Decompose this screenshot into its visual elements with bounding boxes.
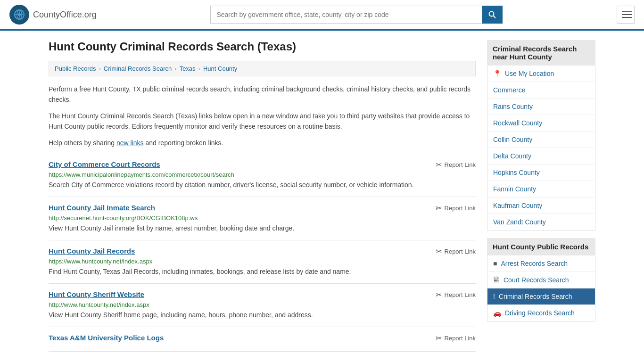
record-item: City of Commerce Court Records ✂ Report … xyxy=(49,154,476,197)
record-item: Hunt County Jail Inmate Search ✂ Report … xyxy=(49,197,476,240)
main-content: Hunt County Criminal Records Search (Tex… xyxy=(49,40,476,352)
report-link-button[interactable]: ✂ Report Link xyxy=(436,204,476,213)
record-url: https://www.huntcounty.net/index.aspx xyxy=(49,258,476,265)
sidebar-icon: 🚗 xyxy=(493,309,501,317)
record-title-link[interactable]: City of Commerce Court Records xyxy=(49,160,160,168)
sidebar-public-records-item[interactable]: 🏛 Court Records Search xyxy=(487,272,595,288)
report-link-button[interactable]: ✂ Report Link xyxy=(436,290,476,299)
report-link-button[interactable]: ✂ Report Link xyxy=(436,247,476,256)
header: CountyOffice.org xyxy=(0,0,644,31)
sidebar-nearby-section: Criminal Records Search near Hunt County… xyxy=(487,40,595,230)
sidebar-nearby-item[interactable]: Van Zandt County xyxy=(487,214,595,230)
sidebar-nearby-item[interactable]: Collin County xyxy=(487,132,595,148)
record-description: Find Hunt County, Texas Jail Records, in… xyxy=(49,267,476,277)
breadcrumb: Public Records › Criminal Records Search… xyxy=(49,61,476,76)
sidebar-nearby-item[interactable]: Rains County xyxy=(487,99,595,115)
sidebar-nearby-header: Criminal Records Search near Hunt County xyxy=(487,40,595,66)
report-icon: ✂ xyxy=(436,334,442,343)
breadcrumb-texas[interactable]: Texas xyxy=(180,65,196,72)
new-links-link[interactable]: new links xyxy=(116,139,144,147)
menu-button[interactable] xyxy=(617,6,635,24)
svg-point-6 xyxy=(489,12,494,16)
record-description: View Hunt County Sheriff home page, incl… xyxy=(49,310,476,320)
sidebar-public-records-header: Hunt County Public Records xyxy=(487,238,595,255)
sidebar-nearby-item[interactable]: Kaufman County xyxy=(487,197,595,214)
description-para3: Help others by sharing new links and rep… xyxy=(49,138,476,148)
record-title-link[interactable]: Hunt County Sheriff Website xyxy=(49,290,144,298)
sidebar-icon: ! xyxy=(493,293,495,300)
sidebar-public-records-list: ■ Arrest Records Search 🏛 Court Records … xyxy=(487,255,595,321)
report-link-button[interactable]: ✂ Report Link xyxy=(436,160,476,169)
search-bar-area xyxy=(210,6,503,24)
sidebar-public-records-item[interactable]: 🚗 Driving Records Search xyxy=(487,305,595,321)
logo-icon xyxy=(9,5,29,25)
description-para2: The Hunt County Criminal Records Search … xyxy=(49,111,476,132)
breadcrumb-hunt-county[interactable]: Hunt County xyxy=(203,65,237,72)
sidebar-icon: ■ xyxy=(493,260,497,267)
breadcrumb-criminal-records-search[interactable]: Criminal Records Search xyxy=(104,65,172,72)
sidebar-nearby-item[interactable]: Hopkins County xyxy=(487,165,595,181)
sidebar-nearby-item[interactable]: 📍Use My Location xyxy=(487,66,595,82)
record-url: https://www.municipalonlinepayments.com/… xyxy=(49,171,476,178)
sidebar-public-records-item[interactable]: ■ Arrest Records Search xyxy=(487,255,595,272)
record-title-link[interactable]: Hunt County Jail Records xyxy=(49,247,135,255)
report-icon: ✂ xyxy=(436,247,442,256)
description-para1: Perform a free Hunt County, TX public cr… xyxy=(49,84,476,105)
logo-area: CountyOffice.org xyxy=(9,5,97,25)
location-icon: 📍 xyxy=(493,70,501,77)
page-title: Hunt County Criminal Records Search (Tex… xyxy=(49,40,476,53)
breadcrumb-public-records[interactable]: Public Records xyxy=(55,65,96,72)
sidebar-public-records-item[interactable]: ! Criminal Records Search xyxy=(487,288,595,305)
svg-point-5 xyxy=(18,13,21,16)
sidebar-nearby-item[interactable]: Fannin County xyxy=(487,181,595,197)
sidebar-nearby-list: 📍Use My LocationCommerceRains CountyRock… xyxy=(487,66,595,230)
report-icon: ✂ xyxy=(436,160,442,169)
sidebar-nearby-item[interactable]: Delta County xyxy=(487,148,595,165)
record-url: http://www.huntcounty.net/index.aspx xyxy=(49,301,476,308)
sidebar-nearby-item[interactable]: Commerce xyxy=(487,82,595,99)
record-item: Hunt County Sheriff Website ✂ Report Lin… xyxy=(49,284,476,327)
search-button[interactable] xyxy=(482,6,503,24)
report-link-button[interactable]: ✂ Report Link xyxy=(436,334,476,343)
report-icon: ✂ xyxy=(436,204,442,213)
record-title-link[interactable]: Texas A&M University Police Logs xyxy=(49,334,164,342)
sidebar-public-records-section: Hunt County Public Records ■ Arrest Reco… xyxy=(487,238,595,321)
report-icon: ✂ xyxy=(436,290,442,299)
record-description: Search City of Commerce violations recor… xyxy=(49,180,476,190)
svg-line-7 xyxy=(494,16,496,18)
sidebar-icon: 🏛 xyxy=(493,276,500,284)
sidebar-nearby-item[interactable]: Rockwall County xyxy=(487,115,595,132)
sidebar: Criminal Records Search near Hunt County… xyxy=(487,40,595,352)
search-input[interactable] xyxy=(210,6,482,24)
record-description: View Hunt County Jail inmate list by nam… xyxy=(49,223,476,233)
record-title-link[interactable]: Hunt County Jail Inmate Search xyxy=(49,204,155,212)
record-item: Texas A&M University Police Logs ✂ Repor… xyxy=(49,327,476,352)
records-list: City of Commerce Court Records ✂ Report … xyxy=(49,154,476,352)
record-url: http://securenet.hunt-county.org/BOK/CGI… xyxy=(49,214,476,222)
record-item: Hunt County Jail Records ✂ Report Link h… xyxy=(49,240,476,284)
logo-text: CountyOffice.org xyxy=(33,10,97,20)
content-wrapper: Hunt County Criminal Records Search (Tex… xyxy=(39,31,605,352)
